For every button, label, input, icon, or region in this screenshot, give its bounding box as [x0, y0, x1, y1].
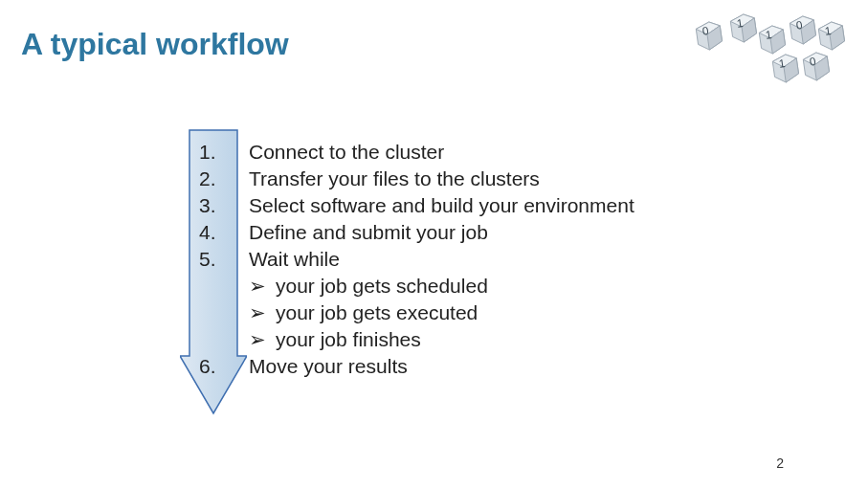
step-sub: ➢your job gets executed: [249, 299, 634, 326]
step-number: 6.: [199, 353, 216, 380]
step-number: 4.: [199, 219, 216, 246]
arrow-bullet-icon: ➢: [249, 273, 276, 299]
step-text: Transfer your files to the clusters: [249, 166, 634, 192]
page-number: 2: [776, 455, 784, 471]
step-text: Wait while: [249, 246, 634, 273]
step-text: Move your results: [249, 353, 634, 380]
step-number: 5.: [199, 246, 216, 273]
step-number: 3.: [199, 192, 216, 219]
step-text: Connect to the cluster: [249, 139, 634, 166]
step-text: Define and submit your job: [249, 219, 634, 246]
step-number: 1.: [199, 139, 216, 166]
arrow-bullet-icon: ➢: [249, 299, 276, 326]
step-sub: ➢your job gets scheduled: [249, 273, 634, 299]
arrow-bullet-icon: ➢: [249, 326, 276, 353]
step-number: 2.: [199, 166, 216, 192]
step-sub: ➢your job finishes: [249, 326, 634, 353]
logo-cubes: 0 1 1 0: [686, 10, 849, 86]
page-title: A typical workflow: [21, 27, 289, 62]
step-numbers: 1. 2. 3. 4. 5. 6.: [199, 139, 216, 380]
step-content: Connect to the cluster Transfer your fil…: [249, 139, 634, 380]
cube-icon: 0: [688, 15, 727, 55]
cube-icon: 0: [795, 46, 835, 85]
slide: A typical workflow 0 1 1: [0, 0, 868, 488]
step-text: Select software and build your environme…: [249, 192, 634, 219]
